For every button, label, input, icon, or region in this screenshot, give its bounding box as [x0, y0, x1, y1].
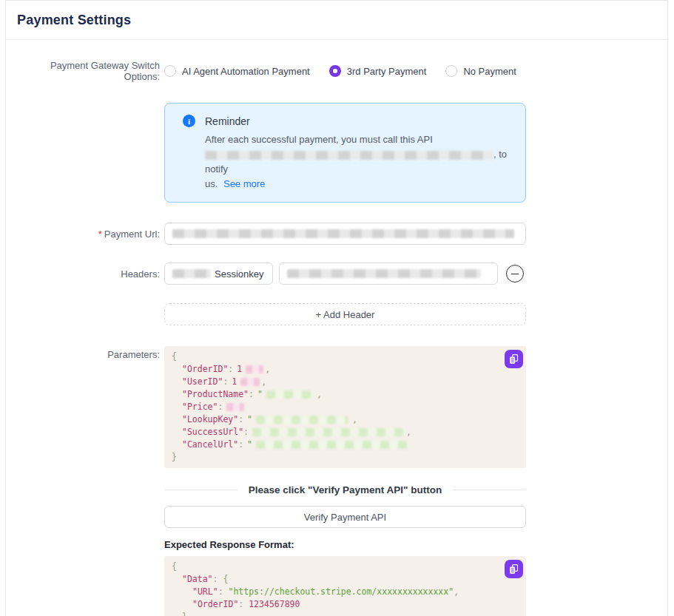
- verify-payment-api-button[interactable]: Verify Payment API: [164, 506, 526, 528]
- see-more-link[interactable]: See more: [223, 178, 265, 189]
- reminder-text-line1: After each successful payment, you must …: [205, 134, 433, 145]
- payment-url-label: *Payment Url:: [17, 229, 160, 240]
- radio-label: No Payment: [463, 66, 516, 77]
- divider-line: [164, 490, 238, 490]
- payment-settings-card: Payment Settings Payment Gateway Switch …: [5, 0, 668, 616]
- info-icon: i: [183, 115, 195, 127]
- payment-url-row: *Payment Url:: [6, 223, 667, 245]
- parameters-row: Parameters: { "OrderID":1, "UserID":1, "…: [6, 346, 667, 468]
- radio-no-payment[interactable]: No Payment: [445, 65, 516, 77]
- redacted-payment-url-value: [172, 229, 514, 238]
- brace-close: }: [172, 451, 177, 464]
- redacted-productname-value: [266, 390, 315, 399]
- radio-label: 3rd Party Payment: [347, 66, 427, 77]
- copy-icon: [508, 353, 519, 365]
- header-key-input[interactable]: Sessionkey: [164, 263, 273, 285]
- brace-open: {: [172, 351, 177, 363]
- radio-unchecked-icon[interactable]: [445, 65, 457, 77]
- param-line-cancelurl: "CancelUrl":": [172, 439, 519, 451]
- brace-close-comma: },: [182, 611, 192, 616]
- redacted-orderid-value: [246, 365, 263, 373]
- redacted-successurl-value: [252, 428, 405, 436]
- redacted-header-key-prefix: [172, 269, 211, 278]
- reminder-header: i Reminder: [183, 115, 510, 127]
- minus-icon: [511, 274, 519, 274]
- page-title: Payment Settings: [17, 13, 131, 28]
- redacted-lookupkey-value: [256, 416, 348, 424]
- divider-text: Please click "Verify Payment API" button: [249, 484, 442, 495]
- expected-response-code-block: { "Data": { "URL": "https://checkout.str…: [164, 556, 526, 616]
- radio-checked-icon[interactable]: [329, 65, 341, 77]
- reminder-text-line3: us.: [205, 178, 218, 189]
- payment-url-input[interactable]: [164, 223, 526, 245]
- card-header: Payment Settings: [6, 1, 667, 40]
- radio-unchecked-icon[interactable]: [164, 65, 176, 77]
- copy-parameters-button[interactable]: [505, 350, 523, 368]
- response-line-data: "Data": {: [172, 573, 519, 586]
- reminder-body: After each successful payment, you must …: [205, 132, 510, 192]
- headers-label: Headers:: [17, 268, 160, 280]
- copy-expected-response-button[interactable]: [505, 560, 523, 578]
- redacted-price-value: [226, 403, 244, 411]
- reminder-title: Reminder: [205, 115, 250, 127]
- param-line-successurl: "SuccessUrl":,: [172, 426, 519, 439]
- redacted-cancelurl-value: [256, 441, 410, 449]
- verify-instruction-divider: Please click "Verify Payment API" button: [164, 484, 526, 495]
- response-line-url: "URL": "https://checkout.stripe.com/xxxx…: [172, 586, 519, 598]
- required-asterisk: *: [98, 229, 102, 240]
- redacted-api-url: [205, 151, 493, 160]
- param-line-orderid: "OrderID":1,: [172, 363, 519, 376]
- gateway-options-label: Payment Gateway Switch Options:: [17, 60, 160, 82]
- header-value-input[interactable]: [279, 263, 498, 285]
- header-key-visible-text: Sessionkey: [215, 268, 263, 280]
- copy-icon: [508, 563, 519, 575]
- response-line-orderid: "OrderID": 1234567890: [172, 598, 519, 611]
- radio-label: AI Agent Automation Payment: [182, 66, 310, 77]
- parameters-label: Parameters:: [17, 346, 160, 360]
- radio-ai-agent-automation-payment[interactable]: AI Agent Automation Payment: [164, 65, 310, 77]
- brace-open: {: [172, 561, 177, 573]
- gateway-options-row: Payment Gateway Switch Options: AI Agent…: [6, 60, 667, 82]
- param-line-productname: "ProductName":",: [172, 388, 519, 401]
- param-line-userid: "UserID":1,: [172, 376, 519, 388]
- parameters-code-block: { "OrderID":1, "UserID":1, "ProductName"…: [164, 346, 526, 468]
- redacted-userid-value: [240, 378, 260, 386]
- headers-row: Headers: Sessionkey: [6, 263, 667, 285]
- radio-3rd-party-payment[interactable]: 3rd Party Payment: [329, 65, 427, 77]
- gateway-radio-group: AI Agent Automation Payment 3rd Party Pa…: [164, 65, 516, 77]
- reminder-alert: i Reminder After each successful payment…: [164, 103, 526, 203]
- redacted-header-value: [287, 269, 481, 278]
- param-line-price: "Price":: [172, 401, 519, 413]
- remove-header-button[interactable]: [506, 265, 524, 282]
- divider-line: [452, 490, 526, 490]
- expected-response-label: Expected Response Format:: [164, 539, 667, 550]
- param-line-lookupkey: "LookupKey":",: [172, 413, 519, 426]
- add-header-button[interactable]: + Add Header: [164, 303, 526, 325]
